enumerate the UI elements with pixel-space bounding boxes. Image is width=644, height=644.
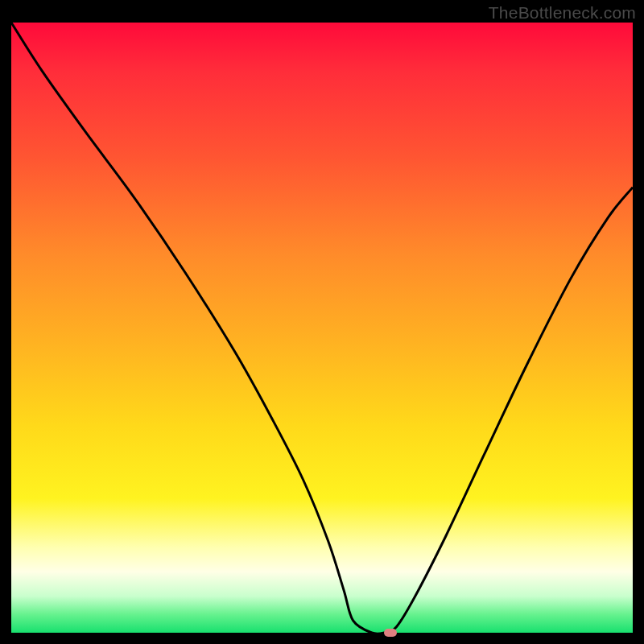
watermark-text: TheBottleneck.com (489, 3, 636, 23)
chart-curve (11, 23, 633, 633)
chart-plot-area (11, 23, 633, 633)
optimal-point-marker (384, 629, 397, 637)
bottleneck-curve-line (11, 23, 633, 634)
